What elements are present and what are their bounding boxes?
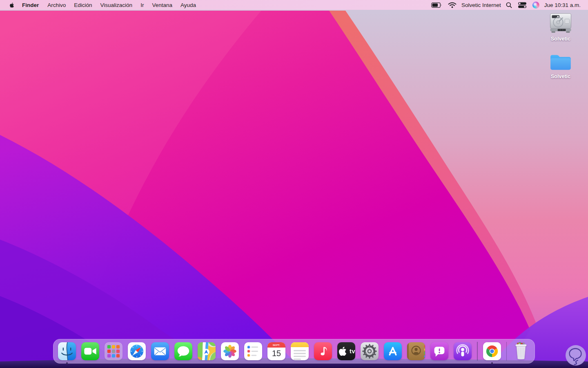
menu-edicion[interactable]: Edición — [70, 2, 96, 8]
dock-item-podcasts[interactable] — [454, 342, 472, 360]
calendar-month-label: SEPT. — [267, 342, 285, 348]
apple-tv-icon: tv — [337, 342, 355, 360]
dock-item-app-store[interactable] — [384, 342, 402, 360]
dock-item-photos[interactable] — [221, 342, 239, 360]
desktop-icon-label: Solvetic — [551, 74, 570, 79]
calendar-icon: SEPT. 15 — [267, 342, 285, 360]
dock: SEPT. 15 — [53, 339, 535, 364]
apple-logo-icon — [337, 342, 349, 360]
safari-icon — [128, 342, 146, 360]
menu-ayuda[interactable]: Ayuda — [176, 2, 200, 8]
dock-item-facetime[interactable] — [81, 342, 99, 360]
dock-item-system-preferences[interactable] — [361, 342, 379, 360]
feedback-assistant-icon — [430, 342, 448, 360]
desktop-icon-folder[interactable]: Solvetic — [549, 53, 572, 79]
desktop-icons: Solvetic Solvetic — [541, 12, 580, 79]
menu-finder[interactable]: Finder — [18, 2, 43, 8]
trash-full-icon — [512, 341, 530, 360]
desktop-icon-label: Solvetic — [551, 36, 570, 42]
dock-item-apple-tv[interactable]: tv — [337, 342, 355, 360]
dock-item-calendar[interactable]: SEPT. 15 — [267, 342, 285, 360]
desktop-icon-hard-drive[interactable]: Solvetic — [549, 12, 572, 42]
dock-item-finder[interactable] — [58, 342, 76, 360]
menu-ir[interactable]: Ir — [136, 2, 148, 8]
dock-item-messages[interactable] — [174, 342, 192, 360]
dock-item-safari[interactable] — [128, 342, 146, 360]
dock-item-chrome[interactable] — [483, 342, 501, 360]
network-name[interactable]: Solvetic Internet — [461, 2, 501, 8]
wifi-icon[interactable] — [447, 2, 458, 8]
apple-logo-icon — [9, 2, 15, 9]
menu-bar: Finder Archivo Edición Visualización Ir … — [0, 0, 588, 10]
finder-icon — [58, 342, 76, 360]
mail-icon — [151, 342, 169, 360]
siri-icon[interactable] — [531, 2, 541, 9]
menu-bar-status-area: Solvetic Internet Jue 10:31 a.m. — [430, 2, 588, 9]
dock-item-launchpad[interactable] — [105, 342, 122, 360]
photos-icon — [221, 342, 239, 360]
control-center-icon[interactable] — [517, 2, 528, 8]
dock-item-mail[interactable] — [151, 342, 169, 360]
dock-item-trash[interactable] — [512, 342, 530, 360]
messages-icon — [174, 342, 192, 360]
dock-item-reminders[interactable] — [244, 342, 262, 360]
desktop-wallpaper — [0, 0, 588, 368]
contacts-icon — [407, 342, 425, 360]
menu-bar-clock[interactable]: Jue 10:31 a.m. — [544, 2, 581, 8]
dock-item-contacts[interactable] — [407, 342, 425, 360]
apple-menu[interactable] — [7, 2, 17, 9]
music-icon — [314, 342, 332, 360]
app-store-icon — [384, 342, 402, 360]
dock-item-notes[interactable] — [291, 342, 309, 360]
folder-icon — [549, 53, 572, 72]
menu-archivo[interactable]: Archivo — [43, 2, 70, 8]
dock-item-maps[interactable] — [198, 342, 216, 360]
battery-icon[interactable] — [430, 2, 443, 8]
solvetic-logo — [565, 345, 586, 366]
spotlight-search-icon[interactable] — [505, 2, 513, 8]
hard-drive-icon — [549, 12, 572, 34]
chrome-icon — [483, 342, 501, 360]
menu-ventana[interactable]: Ventana — [148, 2, 176, 8]
calendar-day-label: 15 — [267, 348, 285, 360]
dock-item-feedback-assistant[interactable] — [430, 342, 448, 360]
system-preferences-icon — [361, 342, 379, 360]
podcasts-icon — [454, 342, 472, 360]
facetime-icon — [81, 342, 99, 360]
dock-item-music[interactable] — [314, 342, 332, 360]
tv-label: tv — [350, 348, 355, 355]
launchpad-icon — [105, 342, 122, 360]
dock-divider — [506, 342, 507, 361]
dock-divider — [477, 342, 478, 361]
notes-icon — [291, 342, 309, 360]
menu-visualizacion[interactable]: Visualización — [96, 2, 137, 8]
reminders-icon — [244, 342, 262, 360]
maps-icon — [198, 342, 216, 360]
